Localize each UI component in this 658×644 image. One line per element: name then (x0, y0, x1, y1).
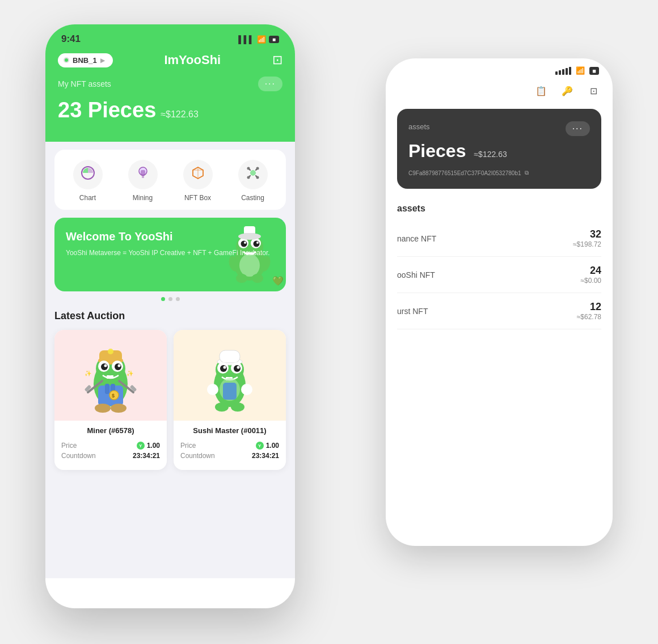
auction-name-1: Miner (#6578) (54, 421, 167, 439)
banner-title: Welcome To YooShi (66, 230, 275, 243)
asset-count-3: 12 (577, 301, 601, 313)
dot-3 (176, 297, 180, 301)
nft-more-button[interactable]: ··· (258, 77, 282, 91)
chart-label: Chart (79, 194, 96, 202)
svg-point-60 (234, 365, 241, 372)
chevron-right-icon: ▶ (100, 57, 105, 63)
svg-text:$: $ (112, 393, 115, 399)
nav-bar: BNB_1 ▶ ImYooShi ⊡ (45, 49, 295, 74)
scene: 📶 ■ 📋 🔑 ⊡ assets ··· Pieces ≈$122.63 C9F… (45, 24, 613, 620)
asset-name-2: ooShi NFT (397, 270, 435, 279)
action-chart[interactable]: Chart (73, 160, 103, 202)
countdown-row-2: Countdown 23:34:21 (180, 452, 279, 460)
svg-point-62 (237, 366, 240, 369)
svg-rect-38 (107, 375, 110, 379)
scan-icon[interactable]: ⊡ (272, 53, 282, 67)
dark-card-pieces: Pieces (408, 141, 466, 162)
svg-point-49 (95, 404, 111, 413)
svg-point-7 (247, 176, 250, 179)
svg-point-23 (252, 274, 263, 283)
mining-icon-wrap (128, 160, 158, 189)
battery-icon: ■ (269, 36, 279, 43)
action-casting[interactable]: Casting (238, 160, 268, 202)
svg-point-5 (247, 167, 250, 170)
signal-icon: ▌▌▌ (238, 35, 254, 44)
section-title: Latest Auction (54, 310, 286, 322)
asset-row[interactable]: nance NFT 32 ≈$198.72 (397, 221, 601, 257)
asset-val-1: ≈$198.72 (573, 240, 601, 248)
assets-section: assets nance NFT 32 ≈$198.72 ooShi NFT 2… (386, 194, 613, 329)
banner-card[interactable]: Welcome To YooShi YooShi Metaverse = Yoo… (54, 218, 286, 291)
network-label: BNB_1 (73, 56, 97, 65)
dark-card-more-button[interactable]: ··· (566, 121, 590, 136)
banner-desc: YooShi Metaverse = YooShi IP Creative + … (66, 248, 275, 258)
casting-label: Casting (241, 194, 264, 202)
asset-count-1: 32 (573, 228, 601, 240)
dark-card-label: assets (408, 122, 430, 131)
svg-point-67 (207, 384, 218, 395)
scan-icon[interactable]: ⊡ (585, 83, 601, 99)
phone-back: 📶 ■ 📋 🔑 ⊡ assets ··· Pieces ≈$122.63 C9F… (386, 58, 613, 546)
chart-icon-wrap (73, 160, 103, 189)
svg-point-22 (236, 274, 247, 283)
action-mining[interactable]: Mining (128, 160, 158, 202)
nftbox-icon (191, 166, 205, 184)
svg-text:✨: ✨ (85, 370, 92, 377)
dark-card-address: C9Fa88798776515Ed7C37F0A2I0532780b1 ⧉ (408, 170, 590, 176)
front-status-bar: 9:41 ▌▌▌ 📶 ■ (45, 24, 295, 49)
asset-row[interactable]: urst NFT 12 ≈$62.78 (397, 293, 601, 329)
svg-rect-41 (105, 384, 109, 394)
svg-rect-3 (142, 175, 144, 178)
svg-point-34 (101, 363, 108, 370)
asset-name-3: urst NFT (397, 307, 428, 316)
back-toolbar: 📋 🔑 ⊡ (386, 78, 613, 103)
svg-point-68 (241, 384, 252, 395)
quick-actions-card: Chart Mining (54, 150, 286, 210)
price-row-1: Price Y 1.00 (61, 442, 160, 450)
svg-point-36 (104, 365, 107, 367)
svg-point-8 (256, 176, 259, 179)
asset-row[interactable]: ooShi NFT 24 ≈$0.00 (397, 257, 601, 293)
price-label-1: Price (61, 442, 77, 450)
casting-icon (246, 166, 260, 184)
mining-icon (136, 166, 150, 184)
asset-count-2: 24 (580, 265, 601, 277)
auction-img-1: $ ✨ ✨ (54, 330, 167, 421)
svg-point-6 (256, 167, 259, 170)
wifi-icon: 📶 (576, 66, 585, 75)
phone-content: Chart Mining (45, 142, 295, 578)
casting-icon-wrap (238, 160, 268, 189)
key-icon[interactable]: 🔑 (559, 83, 575, 99)
auction-grid: $ ✨ ✨ (54, 330, 286, 470)
svg-point-37 (118, 365, 121, 367)
auction-card-1[interactable]: $ ✨ ✨ (54, 330, 167, 470)
price-label-2: Price (180, 442, 196, 450)
price-row-2: Price Y 1.00 (180, 442, 279, 450)
copy-icon[interactable]: ⧉ (525, 170, 529, 176)
action-nftbox[interactable]: NFT Box (183, 160, 213, 202)
svg-point-70 (231, 402, 244, 412)
nft-assets-header: My NFT assets ··· (45, 74, 295, 97)
svg-point-35 (115, 363, 121, 370)
banner-text: Welcome To YooShi YooShi Metaverse = Yoo… (66, 230, 275, 258)
dot-indicator (54, 297, 286, 301)
svg-point-31 (108, 349, 113, 354)
assets-section-title: assets (397, 204, 601, 214)
battery-icon: ■ (589, 67, 599, 75)
mining-label: Mining (133, 194, 153, 202)
network-badge[interactable]: BNB_1 ▶ (58, 53, 113, 67)
svg-point-4 (250, 170, 256, 176)
auction-card-2[interactable]: Sushi Master (#0011) Price Y 1.00 Countd… (174, 330, 286, 470)
auction-info-2: Price Y 1.00 Countdown 23:34:21 (174, 439, 286, 470)
auction-info-1: Price Y 1.00 Countdown 23:34:21 (54, 439, 167, 470)
signal-icon (555, 67, 571, 75)
dark-card-usd: ≈$122.63 (474, 150, 507, 159)
clipboard-icon[interactable]: 📋 (533, 83, 549, 99)
dark-nft-card: assets ··· Pieces ≈$122.63 C9Fa887987765… (397, 109, 601, 189)
pieces-count: 23 Pieces (58, 98, 156, 122)
pieces-row: 23 Pieces ≈$122.63 (45, 97, 295, 130)
asset-name-1: nance NFT (397, 234, 436, 243)
auction-name-2: Sushi Master (#0011) (174, 421, 286, 439)
svg-point-50 (111, 404, 126, 413)
phone-front: 9:41 ▌▌▌ 📶 ■ BNB_1 ▶ ImYooShi ⊡ My (45, 24, 295, 608)
